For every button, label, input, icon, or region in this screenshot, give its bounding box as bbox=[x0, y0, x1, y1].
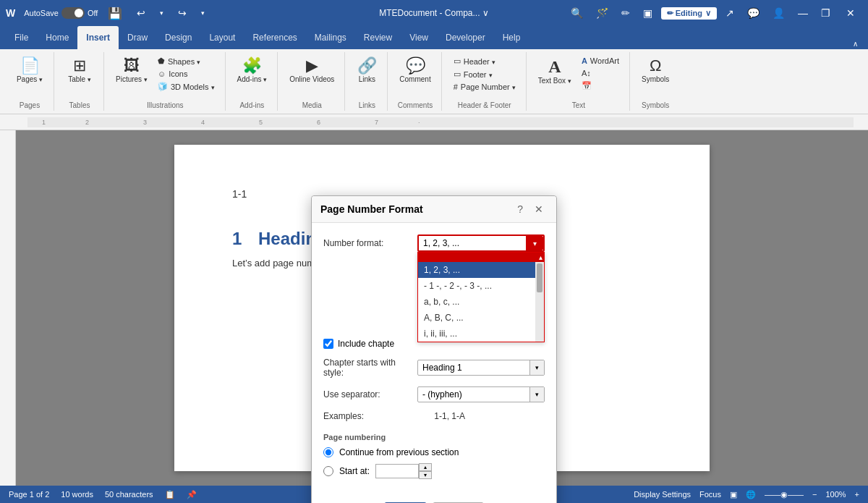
page-numbering-label: Page numbering bbox=[323, 433, 545, 441]
designer-button[interactable]: 🪄 bbox=[592, 6, 613, 20]
dropdown-items-container: 1, 2, 3, ... - 1 -, - 2 -, - 3 -, ... a,… bbox=[418, 262, 544, 342]
spinner-up-button[interactable]: ▴ bbox=[419, 463, 432, 471]
dropdown-list-header: ▴ bbox=[418, 253, 544, 262]
track-icon[interactable]: 📌 bbox=[187, 490, 197, 499]
zoom-out-icon[interactable]: − bbox=[812, 490, 817, 499]
continue-radio-row: Continue from previous section bbox=[323, 447, 545, 457]
icons-button[interactable]: ☺ Icons bbox=[153, 68, 219, 80]
start-at-input[interactable] bbox=[375, 464, 419, 478]
tab-home[interactable]: Home bbox=[37, 26, 77, 49]
display-settings-button[interactable]: Display Settings bbox=[634, 490, 691, 499]
dropdown-item-4[interactable]: A, B, C, ... bbox=[418, 310, 544, 326]
save-button[interactable]: 💾 bbox=[103, 5, 127, 22]
tab-file[interactable]: File bbox=[6, 26, 37, 49]
spinner-down-button[interactable]: ▾ bbox=[419, 471, 432, 479]
include-chapter-checkbox[interactable] bbox=[323, 339, 333, 349]
account-button[interactable]: 👤 bbox=[768, 6, 789, 20]
tab-developer[interactable]: Developer bbox=[437, 26, 494, 49]
focus-button[interactable]: Focus bbox=[699, 490, 721, 499]
sidebar-ruler bbox=[0, 130, 16, 486]
proofing-icon[interactable]: 📋 bbox=[165, 490, 175, 499]
tab-layout[interactable]: Layout bbox=[200, 26, 244, 49]
table-button[interactable]: ⊞ Table ▾ bbox=[61, 55, 98, 86]
footer-button[interactable]: ▭ Footer ▾ bbox=[449, 68, 520, 80]
text-box-button[interactable]: A Text Box ▾ bbox=[534, 55, 576, 88]
shapes-button[interactable]: ⬟ Shapes ▾ bbox=[153, 55, 219, 67]
redo-button[interactable]: ↪ bbox=[174, 6, 191, 20]
autosave-switch[interactable] bbox=[61, 7, 85, 19]
header-label: Header ▾ bbox=[464, 57, 495, 66]
dropdown-item-5[interactable]: i, ii, iii, ... bbox=[418, 326, 544, 342]
symbols-button[interactable]: Ω Symbols bbox=[637, 55, 673, 86]
dropdown-item-2[interactable]: - 1 -, - 2 -, - 3 -, ... bbox=[418, 278, 544, 294]
online-videos-button[interactable]: ▶ Online Videos bbox=[285, 55, 339, 86]
title-bar-right: 🔍 🪄 ✏ ▣ ✏ Editing ∨ ↗ 💬 👤 — ❐ ✕ bbox=[566, 6, 862, 20]
ribbon-group-comments: 💬 Comment Comments bbox=[389, 52, 441, 111]
share-button[interactable]: ↗ bbox=[721, 6, 739, 20]
dropdown-scrollbar[interactable] bbox=[535, 262, 544, 342]
tab-draw[interactable]: Draw bbox=[119, 26, 156, 49]
ribbon-group-media: ▶ Online Videos Media bbox=[279, 52, 345, 111]
pages-icon: 📄 bbox=[20, 58, 40, 74]
include-chapter-label: Include chapte bbox=[338, 339, 394, 349]
number-format-dropdown[interactable]: 1, 2, 3, ... ▾ bbox=[417, 234, 545, 252]
continue-radio[interactable] bbox=[323, 447, 333, 457]
undo-dropdown-button[interactable]: ▾ bbox=[156, 8, 168, 18]
char-count: 50 characters bbox=[105, 490, 153, 499]
search-button[interactable]: 🔍 bbox=[566, 6, 587, 20]
tab-review[interactable]: Review bbox=[355, 26, 401, 49]
comment-button[interactable]: 💬 Comment bbox=[395, 55, 435, 86]
draw-button[interactable]: ✏ bbox=[617, 6, 634, 20]
autosave-label: AutoSave bbox=[24, 9, 59, 17]
wordart-button[interactable]: A WordArt bbox=[577, 55, 624, 67]
dropcap-button[interactable]: A↕ bbox=[577, 67, 624, 79]
tab-insert[interactable]: Insert bbox=[77, 26, 119, 49]
tab-help[interactable]: Help bbox=[494, 26, 529, 49]
zoom-in-icon[interactable]: + bbox=[855, 490, 859, 499]
wordart-label: WordArt bbox=[590, 56, 619, 65]
zoom-slider[interactable]: ——◉—— bbox=[765, 490, 804, 499]
tab-view[interactable]: View bbox=[401, 26, 437, 49]
undo-button[interactable]: ↩ bbox=[132, 6, 150, 20]
tab-mailings[interactable]: Mailings bbox=[306, 26, 355, 49]
title-chevron-icon[interactable]: ∨ bbox=[482, 8, 489, 18]
tab-design[interactable]: Design bbox=[156, 26, 200, 49]
restore-button[interactable]: ❐ bbox=[817, 6, 835, 20]
dialog-help-button[interactable]: ? bbox=[513, 202, 527, 216]
links-icon: 🔗 bbox=[357, 58, 377, 74]
pages-button[interactable]: 📄 Pages ▾ bbox=[12, 55, 48, 86]
dropdown-item-1[interactable]: 1, 2, 3, ... bbox=[418, 262, 544, 278]
ribbon-collapse-button[interactable]: ∧ bbox=[848, 38, 862, 49]
page-number-button[interactable]: # Page Number ▾ bbox=[449, 81, 520, 93]
3d-models-button[interactable]: 🧊 3D Models ▾ bbox=[153, 80, 219, 93]
minimize-button[interactable]: — bbox=[793, 6, 812, 20]
web-view-icon[interactable]: 🌐 bbox=[746, 490, 756, 499]
comments-button[interactable]: 💬 bbox=[743, 6, 764, 20]
scrollbar-thumb bbox=[537, 263, 542, 292]
layout-view-icon[interactable]: ▣ bbox=[730, 490, 737, 499]
addins-label: Add-ins ▾ bbox=[237, 75, 268, 83]
autosave-toggle[interactable]: AutoSave Off bbox=[24, 7, 98, 19]
zoom-level[interactable]: 100% bbox=[825, 490, 846, 499]
use-separator-dropdown[interactable]: - (hyphen) ▾ bbox=[417, 386, 545, 402]
signature-button[interactable]: 📅 bbox=[577, 80, 624, 92]
text-group-label: Text bbox=[572, 101, 585, 109]
dialog-close-button[interactable]: ✕ bbox=[530, 202, 548, 216]
header-button[interactable]: ▭ Header ▾ bbox=[449, 55, 520, 67]
shapes-icon: ⬟ bbox=[158, 56, 165, 66]
close-button[interactable]: ✕ bbox=[839, 6, 862, 20]
dropdown-arrow-icon[interactable]: ▾ bbox=[526, 236, 543, 250]
editing-badge[interactable]: ✏ Editing ∨ bbox=[661, 7, 717, 20]
tab-references[interactable]: References bbox=[244, 26, 305, 49]
chapter-starts-arrow-icon: ▾ bbox=[529, 360, 544, 375]
present-button[interactable]: ▣ bbox=[639, 6, 657, 20]
customize-qat-button[interactable]: ▾ bbox=[197, 8, 209, 18]
start-at-radio[interactable] bbox=[323, 466, 333, 476]
symbols-label: Symbols bbox=[642, 75, 669, 83]
addins-button[interactable]: 🧩 Add-ins ▾ bbox=[233, 55, 272, 86]
dropdown-item-3[interactable]: a, b, c, ... bbox=[418, 294, 544, 310]
footer-icon: ▭ bbox=[454, 69, 461, 79]
pictures-button[interactable]: 🖼 Pictures ▾ bbox=[111, 55, 152, 86]
links-button[interactable]: 🔗 Links bbox=[352, 55, 381, 86]
chapter-starts-dropdown[interactable]: Heading 1 ▾ bbox=[417, 360, 545, 376]
